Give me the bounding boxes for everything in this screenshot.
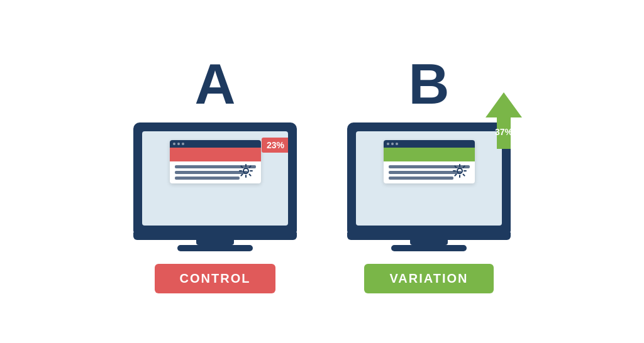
ab-test-container: A 23%: [133, 50, 511, 293]
variant-b: B 37%: [347, 56, 511, 293]
arrow-up-icon: 37%: [486, 92, 522, 149]
gear-icon-b: [451, 162, 469, 180]
variant-a-laptop: 23%: [133, 122, 297, 251]
gear-icon-a: [237, 162, 255, 180]
browser-mockup-b: [384, 140, 475, 183]
laptop-base-b: [347, 232, 511, 240]
svg-marker-1: [486, 92, 522, 149]
browser-header-a: [170, 148, 261, 161]
laptop-stand-b: [410, 240, 448, 245]
browser-dot-b2: [391, 143, 394, 145]
laptop-stand-a: [196, 240, 234, 245]
browser-dot-b1: [387, 143, 389, 145]
browser-dot-2: [177, 143, 180, 145]
browser-dot-1: [173, 143, 175, 145]
browser-line-3: [175, 177, 240, 180]
laptop-a: 23%: [133, 122, 297, 251]
browser-dot-3: [182, 143, 184, 145]
browser-dot-b3: [396, 143, 398, 145]
browser-line-b3: [389, 177, 453, 180]
svg-point-3: [457, 168, 462, 173]
label-variation: VARIATION: [364, 264, 493, 293]
variant-a-letter: A: [195, 56, 236, 112]
percent-badge-a: 23%: [262, 138, 288, 153]
browser-bar-a: [170, 140, 261, 148]
screen-inner-b: [356, 131, 502, 226]
laptop-foot-a: [177, 245, 253, 251]
svg-text:37%: 37%: [495, 127, 513, 137]
browser-content-a: [170, 161, 261, 183]
browser-bar-b: [384, 140, 475, 148]
browser-header-b: [384, 148, 475, 161]
variant-b-letter: B: [409, 56, 450, 112]
laptop-foot-b: [391, 245, 467, 251]
screen-inner-a: 23%: [142, 131, 288, 226]
browser-content-b: [384, 161, 475, 183]
svg-point-0: [243, 168, 248, 173]
label-control: CONTROL: [155, 264, 276, 293]
browser-mockup-a: [170, 140, 261, 183]
variant-a: A 23%: [133, 56, 297, 293]
laptop-base-a: [133, 232, 297, 240]
variant-b-laptop: 37%: [347, 122, 511, 251]
screen-outer-a: 23%: [133, 122, 297, 233]
